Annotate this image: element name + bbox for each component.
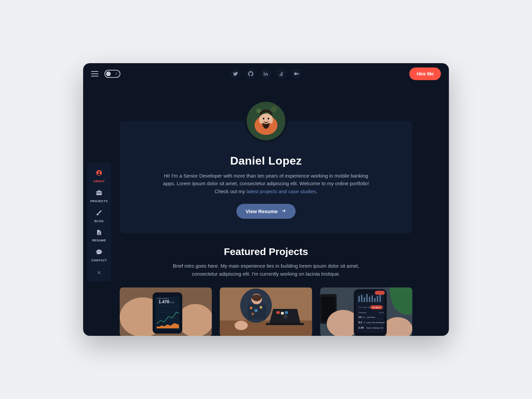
header-social-links: [230, 68, 302, 79]
project-card[interactable]: You might feel 6.2M I've felt it! Foreca…: [320, 287, 412, 336]
svg-text:Level of the Earthquake: Level of the Earthquake: [366, 322, 385, 323]
bio-text-after: .: [316, 189, 318, 194]
medium-icon[interactable]: [291, 68, 302, 79]
svg-text:CTRM NASDAQ: CTRM NASDAQ: [157, 298, 169, 300]
svg-text:0.00: 0.00: [170, 301, 175, 304]
svg-rect-40: [375, 291, 385, 295]
hire-me-button[interactable]: Hire Me: [409, 67, 441, 80]
svg-text:Km: Km: [362, 317, 365, 318]
svg-point-26: [251, 313, 254, 315]
svg-text:6.2: 6.2: [358, 321, 362, 324]
menu-button[interactable]: [91, 71, 98, 76]
stackoverflow-icon[interactable]: [276, 68, 287, 79]
toggle-knob: [106, 71, 111, 76]
featured-intro: Brief intro goes here. My main experienc…: [160, 262, 372, 278]
svg-rect-44: [366, 294, 367, 302]
svg-text:14: 14: [358, 316, 361, 319]
header-left: ☾: [91, 70, 120, 78]
featured-section: Featured Projects Brief intro goes here.…: [120, 246, 412, 336]
svg-text:Forecast: Forecast: [358, 312, 366, 314]
svg-point-25: [260, 306, 262, 309]
bio-projects-link[interactable]: latest projects and case studies: [246, 189, 316, 194]
svg-rect-29: [281, 312, 284, 315]
svg-rect-41: [358, 296, 360, 302]
linkedin-icon[interactable]: [261, 68, 271, 79]
header: ☾ Hire Me: [83, 63, 449, 84]
project-card[interactable]: Browser Extension: [220, 287, 312, 336]
svg-text:M: M: [363, 322, 365, 323]
project-thumbnail: [220, 287, 312, 336]
svg-point-2: [271, 106, 277, 112]
about-card: Daniel Lopez Hi! I'm a Senior Developer …: [120, 121, 412, 233]
featured-heading: Featured Projects: [120, 246, 412, 257]
svg-text:Expect shakings until: Expect shakings until: [366, 327, 383, 329]
project-thumbnail: You might feel 6.2M I've felt it! Foreca…: [320, 287, 412, 336]
project-card[interactable]: 1.470 0.00 CTRM NASDAQ Trading App: [120, 287, 212, 336]
svg-rect-45: [369, 297, 370, 302]
view-resume-button[interactable]: View Resume: [236, 204, 296, 219]
svg-point-24: [254, 309, 258, 312]
svg-point-5: [263, 118, 264, 119]
svg-point-6: [268, 118, 269, 119]
svg-rect-31: [266, 323, 304, 325]
profile-bio: Hi! I'm a Senior Developer with more tha…: [160, 172, 372, 195]
app-frame: ☾ Hire Me ABOUT: [83, 63, 449, 336]
projects-row: 1.470 0.00 CTRM NASDAQ Trading App: [120, 287, 412, 336]
svg-rect-28: [277, 311, 280, 314]
theme-toggle[interactable]: ☾: [104, 70, 120, 78]
svg-rect-49: [379, 295, 381, 302]
svg-rect-42: [361, 295, 362, 302]
github-icon[interactable]: [245, 68, 256, 79]
svg-point-23: [250, 307, 252, 309]
main-content: Daniel Lopez Hi! I'm a Senior Developer …: [83, 84, 449, 336]
svg-rect-47: [374, 298, 375, 302]
svg-rect-48: [377, 296, 378, 302]
svg-point-32: [235, 321, 248, 330]
profile-name: Daniel Lopez: [140, 154, 392, 167]
svg-text:1.470: 1.470: [159, 299, 169, 304]
svg-point-27: [283, 314, 288, 319]
svg-rect-43: [363, 297, 365, 302]
twitter-icon[interactable]: [230, 68, 241, 79]
resume-button-label: View Resume: [246, 208, 278, 214]
svg-text:1:20: 1:20: [358, 326, 364, 329]
svg-text:I've felt it!: I've felt it!: [372, 307, 380, 309]
svg-text:See All: See All: [379, 312, 384, 314]
svg-text:You might feel: You might feel: [358, 306, 371, 308]
svg-rect-46: [371, 295, 373, 302]
svg-rect-30: [285, 311, 288, 314]
arrow-right-icon: [281, 208, 286, 214]
avatar: [245, 100, 287, 142]
moon-icon: ☾: [115, 72, 119, 76]
project-thumbnail: 1.470 0.00 CTRM NASDAQ: [120, 287, 212, 336]
svg-text:Local Point: Local Point: [366, 317, 375, 318]
